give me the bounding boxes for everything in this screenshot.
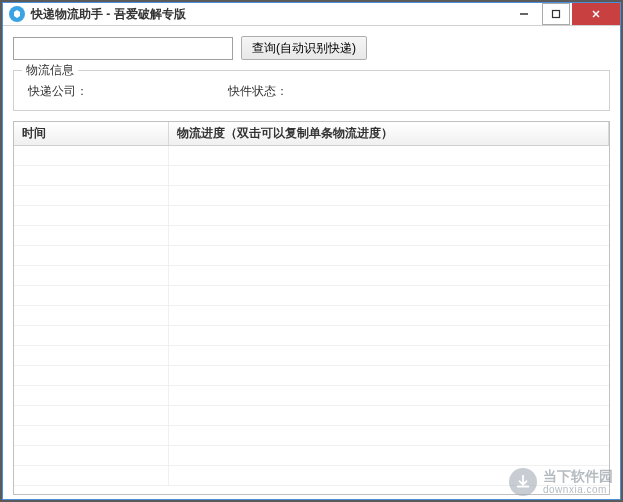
logistics-info-group: 物流信息 快递公司： 快件状态： [13,70,610,111]
cell-progress [169,346,609,365]
content-area: 查询(自动识别快递) 物流信息 快递公司： 快件状态： 时间 物流进度（双击可以… [3,26,620,502]
cell-progress [169,466,609,485]
minimize-button[interactable] [508,3,540,25]
table-row[interactable] [14,426,609,446]
cell-time [14,266,169,285]
tracking-number-input[interactable] [13,37,233,60]
table-row[interactable] [14,466,609,486]
cell-time [14,166,169,185]
table-row[interactable] [14,346,609,366]
cell-time [14,386,169,405]
column-header-progress[interactable]: 物流进度（双击可以复制单条物流进度） [169,122,609,145]
table-header: 时间 物流进度（双击可以复制单条物流进度） [14,122,609,146]
table-row[interactable] [14,246,609,266]
cell-time [14,446,169,465]
cell-progress [169,406,609,425]
table-row[interactable] [14,366,609,386]
table-row[interactable] [14,286,609,306]
cell-time [14,246,169,265]
cell-time [14,366,169,385]
table-row[interactable] [14,406,609,426]
app-window: 快递物流助手 - 吾爱破解专版 查询(自动识别快递) 物流信息 快递公司： [2,2,621,500]
cell-time [14,426,169,445]
cell-progress [169,146,609,165]
table-row[interactable] [14,226,609,246]
table-body[interactable] [14,146,609,494]
company-field: 快递公司： [28,83,168,100]
table-row[interactable] [14,386,609,406]
status-field: 快件状态： [228,83,368,100]
table-row[interactable] [14,326,609,346]
table-row[interactable] [14,266,609,286]
info-row: 快递公司： 快件状态： [24,79,599,100]
table-row[interactable] [14,186,609,206]
group-legend: 物流信息 [22,62,78,79]
svg-rect-1 [553,11,560,18]
cell-time [14,306,169,325]
search-row: 查询(自动识别快递) [13,36,610,60]
column-header-time[interactable]: 时间 [14,122,169,145]
window-title: 快递物流助手 - 吾爱破解专版 [31,6,508,23]
cell-progress [169,366,609,385]
status-label: 快件状态： [228,84,288,98]
cell-progress [169,446,609,465]
cell-time [14,146,169,165]
cell-progress [169,386,609,405]
cell-time [14,326,169,345]
cell-progress [169,286,609,305]
cell-time [14,286,169,305]
cell-time [14,186,169,205]
cell-progress [169,206,609,225]
cell-time [14,466,169,485]
cell-time [14,406,169,425]
table-row[interactable] [14,446,609,466]
cell-progress [169,266,609,285]
progress-table: 时间 物流进度（双击可以复制单条物流进度） [13,121,610,495]
maximize-button[interactable] [542,3,570,25]
cell-time [14,346,169,365]
table-row[interactable] [14,206,609,226]
cell-progress [169,226,609,245]
cell-progress [169,186,609,205]
cell-time [14,206,169,225]
close-button[interactable] [572,3,620,25]
cell-time [14,226,169,245]
titlebar[interactable]: 快递物流助手 - 吾爱破解专版 [3,3,620,26]
cell-progress [169,326,609,345]
table-row[interactable] [14,306,609,326]
cell-progress [169,166,609,185]
table-row[interactable] [14,146,609,166]
table-row[interactable] [14,166,609,186]
app-icon [9,6,25,22]
window-controls [508,3,620,25]
cell-progress [169,246,609,265]
query-button[interactable]: 查询(自动识别快递) [241,36,367,60]
cell-progress [169,306,609,325]
company-label: 快递公司： [28,84,88,98]
cell-progress [169,426,609,445]
